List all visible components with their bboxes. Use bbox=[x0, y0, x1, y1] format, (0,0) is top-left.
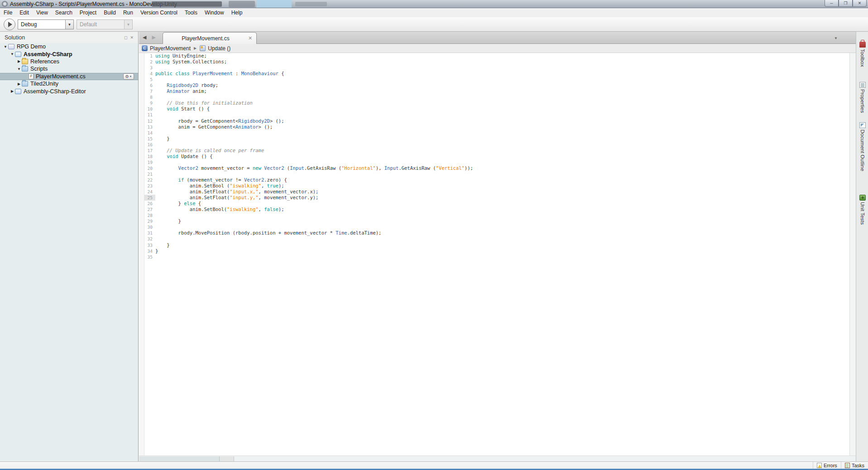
tree-item-references[interactable]: ▶References bbox=[0, 58, 138, 65]
code-line[interactable]: 13 anim = GetComponent<Animator> (); bbox=[139, 124, 856, 130]
code-line[interactable]: 8 bbox=[139, 94, 856, 100]
code-line[interactable]: 9 // Use this for initialization bbox=[139, 100, 856, 106]
tab-close-icon[interactable]: ✕ bbox=[248, 35, 256, 41]
tree-item-label: References bbox=[30, 58, 59, 65]
code-line[interactable]: 2using System.Collections; bbox=[139, 59, 856, 65]
code-line[interactable]: 25 anim.SetFloat("input.y,", movement_ve… bbox=[139, 195, 856, 201]
code-line[interactable]: 4public class PlayerMovement : MonoBehav… bbox=[139, 71, 856, 77]
pad-tab-document-outline[interactable]: Document Outline bbox=[856, 122, 868, 171]
pad-tab-properties[interactable]: Properties bbox=[856, 82, 868, 113]
code-line[interactable]: 1using UnityEngine; bbox=[139, 53, 856, 59]
code-line[interactable]: 14 bbox=[139, 130, 856, 136]
profile-dropdown: Default ▼ bbox=[77, 19, 133, 29]
navigate-forward-icon[interactable]: ▶ bbox=[152, 34, 155, 40]
code-line[interactable]: 15 } bbox=[139, 136, 856, 142]
menu-item-view[interactable]: View bbox=[33, 9, 52, 17]
code-editor[interactable]: 1using UnityEngine;2using System.Collect… bbox=[139, 53, 856, 456]
code-line[interactable]: 33 } bbox=[139, 242, 856, 248]
close-icon[interactable]: ✕ bbox=[130, 35, 134, 40]
collapse-icon[interactable]: ▼ bbox=[3, 45, 8, 49]
minimize-button[interactable]: ─ bbox=[825, 0, 839, 7]
code-line[interactable]: 35 bbox=[139, 254, 856, 260]
scrollbar-thumb[interactable] bbox=[139, 456, 220, 461]
menu-item-file[interactable]: File bbox=[0, 9, 16, 17]
tree-item-playermovement-cs[interactable]: #PlayerMovement.cs⚙▼ bbox=[0, 73, 138, 80]
code-line[interactable]: 24 anim.SetFloat("input.x,", movement_ve… bbox=[139, 189, 856, 195]
code-line[interactable]: 10 void Start () { bbox=[139, 106, 856, 112]
restore-button[interactable]: ❐ bbox=[839, 0, 853, 7]
code-line[interactable]: 30 bbox=[139, 224, 856, 230]
play-icon bbox=[8, 22, 12, 27]
gear-menu-button[interactable]: ⚙▼ bbox=[123, 73, 134, 80]
project-icon bbox=[15, 89, 21, 94]
menu-item-help[interactable]: Help bbox=[228, 9, 246, 17]
menu-item-version-control[interactable]: Version Control bbox=[137, 9, 181, 17]
menu-item-build[interactable]: Build bbox=[100, 9, 120, 17]
menu-item-edit[interactable]: Edit bbox=[16, 9, 33, 17]
menu-item-run[interactable]: Run bbox=[120, 9, 137, 17]
navigate-back-icon[interactable]: ◀ bbox=[143, 34, 146, 40]
expand-icon[interactable]: ▶ bbox=[10, 89, 15, 93]
code-line[interactable]: 34} bbox=[139, 248, 856, 254]
statusbar-item-errors[interactable]: Errors bbox=[813, 462, 841, 469]
editor-vertical-scrollbar[interactable] bbox=[849, 53, 856, 456]
breadcrumb-separator-icon: ▶ bbox=[194, 46, 197, 50]
pad-tab-label: Toolbox bbox=[860, 49, 865, 67]
pad-tab-toolbox[interactable]: Toolbox bbox=[856, 42, 868, 67]
menu-item-search[interactable]: Search bbox=[52, 9, 76, 17]
run-configuration-dropdown[interactable]: Debug ▼ bbox=[18, 19, 74, 29]
pad-tab-unit-tests[interactable]: Unit Tests bbox=[856, 195, 868, 225]
tab-overflow-icon[interactable]: ▼ bbox=[834, 36, 838, 40]
code-line[interactable]: 16 bbox=[139, 142, 856, 148]
profile-value: Default bbox=[77, 21, 124, 28]
code-line[interactable]: 20 Vector2 movement_vector = new Vector2… bbox=[139, 165, 856, 171]
code-line[interactable]: 7 Animator anim; bbox=[139, 88, 856, 94]
code-text: anim.SetFloat("input.y,", movement_vecto… bbox=[155, 195, 318, 201]
tree-item-assembly-csharp[interactable]: ▼Assembly-CSharp bbox=[0, 50, 138, 58]
dock-icon[interactable]: ◻ bbox=[124, 35, 127, 40]
code-line[interactable]: 11 bbox=[139, 112, 856, 118]
tree-item-rpg-demo[interactable]: ▼RPG Demo bbox=[0, 43, 138, 50]
expand-icon[interactable]: ▶ bbox=[16, 59, 22, 63]
code-line[interactable]: 27 anim.SetBool("iswalking", false); bbox=[139, 206, 856, 212]
code-line[interactable]: 21 bbox=[139, 171, 856, 177]
code-line[interactable]: 12 rbody = GetComponent<Rigidbody2D> (); bbox=[139, 118, 856, 124]
code-line[interactable]: 31 rbody.MovePosition (rbody.position + … bbox=[139, 230, 856, 236]
code-line[interactable]: 19 bbox=[139, 159, 856, 165]
app-icon bbox=[2, 1, 8, 7]
code-line[interactable]: 23 anim.SetBool ("iswalking", true); bbox=[139, 183, 856, 189]
titlebar-artifact bbox=[152, 1, 222, 7]
code-line[interactable]: 28 bbox=[139, 212, 856, 218]
statusbar-item-tasks[interactable]: Tasks bbox=[841, 462, 868, 469]
titlebar-artifact bbox=[295, 2, 327, 6]
project-icon bbox=[15, 52, 21, 57]
menu-item-window[interactable]: Window bbox=[201, 9, 228, 17]
code-line[interactable]: 5 bbox=[139, 77, 856, 82]
collapse-icon[interactable]: ▼ bbox=[16, 67, 22, 71]
code-line[interactable]: 22 if (movement_vector != Vector2.zero) … bbox=[139, 177, 856, 183]
run-button[interactable] bbox=[4, 19, 15, 30]
breadcrumb-item-class[interactable]: CPlayerMovement bbox=[142, 45, 191, 52]
breadcrumb-item-method[interactable]: Update () bbox=[200, 45, 230, 52]
document-tab[interactable]: PlayerMovement.cs ✕ bbox=[163, 32, 257, 44]
code-line[interactable]: 17 // Update is called once per frame bbox=[139, 148, 856, 153]
code-text: anim.SetBool ("iswalking", true); bbox=[155, 183, 284, 189]
code-line[interactable]: 6 Rigidbody2D rbody; bbox=[139, 82, 856, 88]
folder-yellow-icon bbox=[22, 59, 28, 64]
breadcrumb-label: Update () bbox=[208, 45, 230, 52]
tree-item-tiled2unity[interactable]: ▶Tiled2Unity bbox=[0, 80, 138, 87]
solution-pad-title: Solution bbox=[5, 34, 25, 41]
editor-horizontal-scrollbar[interactable] bbox=[139, 456, 856, 461]
collapse-icon[interactable]: ▼ bbox=[10, 52, 15, 56]
tree-item-assembly-csharp-editor[interactable]: ▶Assembly-CSharp-Editor bbox=[0, 87, 138, 95]
menu-item-tools[interactable]: Tools bbox=[181, 9, 201, 17]
code-line[interactable]: 32 bbox=[139, 236, 856, 242]
code-line[interactable]: 18 void Update () { bbox=[139, 153, 856, 159]
code-line[interactable]: 3 bbox=[139, 65, 856, 71]
code-line[interactable]: 29 } bbox=[139, 218, 856, 224]
tree-item-scripts[interactable]: ▼Scripts bbox=[0, 65, 138, 72]
code-line[interactable]: 26 } else { bbox=[139, 201, 856, 206]
menu-item-project[interactable]: Project bbox=[76, 9, 100, 17]
expand-icon[interactable]: ▶ bbox=[16, 82, 22, 86]
close-button[interactable]: ✕ bbox=[853, 0, 867, 7]
